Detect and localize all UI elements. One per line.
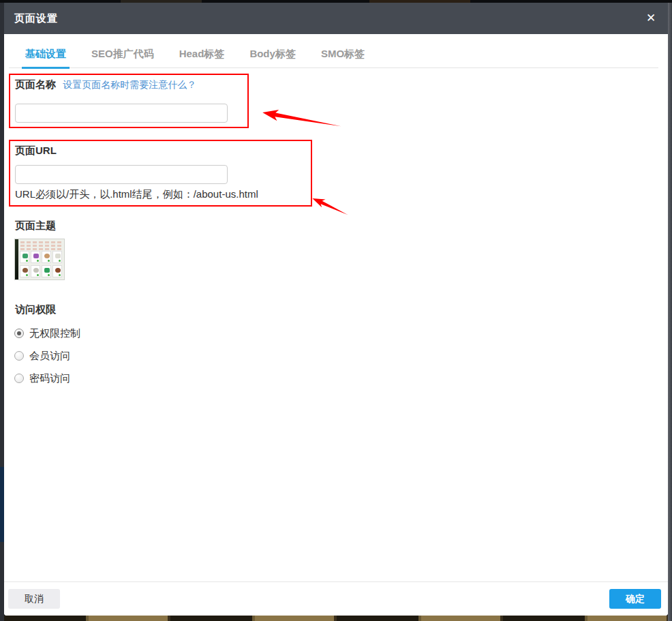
thumb-product-card	[42, 265, 51, 277]
thumb-product-card	[31, 265, 40, 277]
thumb-header-row	[20, 241, 62, 243]
radio-no-permission[interactable]: 无权限控制	[14, 326, 80, 341]
page-theme-label: 页面主题	[15, 219, 56, 231]
page-name-label: 页面名称	[15, 78, 56, 90]
settings-tabbar: 基础设置 SEO推广代码 Head标签 Body标签 SMO标签	[9, 45, 658, 68]
page-url-hint: URL必须以/开头，以.html结尾，例如：/about-us.html	[15, 188, 258, 201]
close-icon[interactable]: ✕	[643, 11, 658, 26]
annotation-arrow-page-url	[310, 194, 350, 220]
radio-label: 密码访问	[29, 372, 70, 385]
dialog-footer: 取消 确定	[4, 581, 668, 616]
thumb-product-grid	[20, 251, 63, 278]
access-label: 访问权限	[15, 303, 56, 315]
tab-basic-settings[interactable]: 基础设置	[22, 45, 70, 69]
page-name-label-row: 页面名称 设置页面名称时需要注意什么？	[15, 77, 196, 92]
page-url-label: 页面URL	[15, 145, 57, 156]
page-settings-dialog: 页面设置 ✕ 基础设置 SEO推广代码 Head标签 Body标签 SMO标签 …	[4, 3, 668, 616]
dialog-title: 页面设置	[14, 12, 58, 25]
background-page-right	[668, 3, 672, 621]
background-page-bottom	[4, 616, 668, 621]
radio-selected-icon[interactable]	[14, 329, 24, 338]
thumb-header-row	[20, 245, 62, 247]
page-theme-label-row: 页面主题	[15, 218, 56, 233]
thumb-product-card	[52, 251, 62, 263]
tab-head-tag[interactable]: Head标签	[176, 45, 228, 67]
radio-label: 会员访问	[29, 350, 70, 363]
annotation-arrow-page-name	[261, 107, 343, 133]
thumb-sidebar	[15, 239, 18, 279]
thumb-product-card	[42, 251, 51, 263]
radio-label: 无权限控制	[29, 327, 80, 340]
radio-unselected-icon[interactable]	[14, 374, 24, 383]
confirm-button[interactable]: 确定	[609, 589, 661, 609]
cancel-button[interactable]: 取消	[8, 589, 60, 609]
radio-password-access[interactable]: 密码访问	[14, 371, 80, 386]
radio-unselected-icon[interactable]	[14, 351, 24, 361]
tab-smo-tag[interactable]: SMO标签	[318, 45, 368, 67]
tab-seo-code[interactable]: SEO推广代码	[88, 45, 157, 67]
thumb-product-card	[20, 251, 29, 263]
access-radio-group: 无权限控制 会员访问 密码访问	[14, 326, 80, 393]
page-url-input[interactable]	[15, 165, 228, 184]
page-name-input[interactable]	[15, 104, 228, 123]
page-name-help-link[interactable]: 设置页面名称时需要注意什么？	[63, 79, 196, 90]
thumb-product-card	[52, 265, 62, 277]
theme-preview-thumbnail[interactable]	[14, 239, 65, 280]
thumb-product-card	[20, 265, 29, 277]
thumb-header-row	[20, 248, 62, 250]
screen: 页面设置 ✕ 基础设置 SEO推广代码 Head标签 Body标签 SMO标签 …	[0, 0, 672, 621]
page-url-label-row: 页面URL	[15, 143, 57, 158]
radio-member-access[interactable]: 会员访问	[14, 348, 80, 363]
access-label-row: 访问权限	[15, 302, 56, 317]
tab-body-tag[interactable]: Body标签	[246, 45, 299, 67]
dialog-header: 页面设置 ✕	[4, 3, 668, 34]
thumb-product-card	[31, 251, 40, 263]
